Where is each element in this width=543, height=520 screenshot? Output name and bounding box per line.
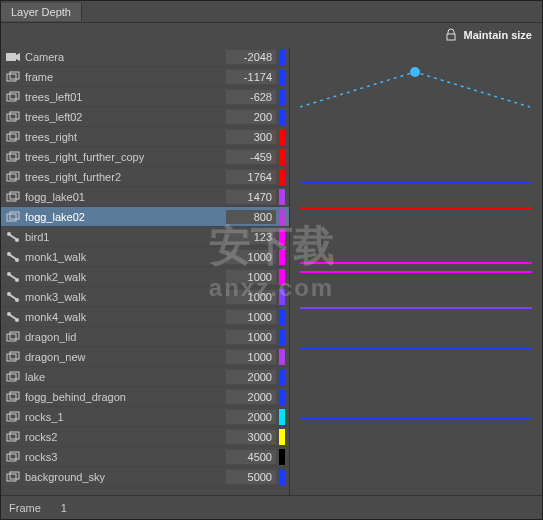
svg-rect-18 bbox=[10, 212, 19, 219]
svg-rect-8 bbox=[10, 112, 19, 119]
depth-input[interactable] bbox=[226, 350, 276, 364]
depth-input[interactable] bbox=[226, 310, 276, 324]
layer-row[interactable]: background_sky bbox=[1, 467, 289, 487]
svg-rect-40 bbox=[7, 394, 16, 401]
layer-row[interactable]: trees_left02 bbox=[1, 107, 289, 127]
color-chip[interactable] bbox=[279, 149, 285, 165]
layer-row[interactable]: monk3_walk bbox=[1, 287, 289, 307]
color-chip[interactable] bbox=[279, 229, 285, 245]
layer-name: lake bbox=[25, 371, 226, 383]
layer-row[interactable]: trees_right_further2 bbox=[1, 167, 289, 187]
color-chip[interactable] bbox=[279, 249, 285, 265]
maintain-size-toggle[interactable]: Maintain size bbox=[1, 23, 542, 47]
layer-name: monk1_walk bbox=[25, 251, 226, 263]
depth-input[interactable] bbox=[226, 190, 276, 204]
layer-row[interactable]: fogg_lake02 bbox=[1, 207, 289, 227]
svg-rect-4 bbox=[10, 72, 19, 79]
depth-input[interactable] bbox=[226, 430, 276, 444]
depth-graph[interactable] bbox=[289, 47, 542, 495]
layer-name: monk2_walk bbox=[25, 271, 226, 283]
svg-rect-44 bbox=[7, 434, 16, 441]
color-chip[interactable] bbox=[279, 329, 285, 345]
layer-row[interactable]: trees_right_further_copy bbox=[1, 147, 289, 167]
svg-rect-16 bbox=[10, 192, 19, 199]
color-chip[interactable] bbox=[279, 269, 285, 285]
layer-row[interactable]: monk1_walk bbox=[1, 247, 289, 267]
depth-input[interactable] bbox=[226, 450, 276, 464]
color-chip[interactable] bbox=[279, 49, 285, 65]
svg-line-21 bbox=[10, 235, 16, 239]
depth-input[interactable] bbox=[226, 410, 276, 424]
color-chip[interactable] bbox=[279, 349, 285, 365]
depth-input[interactable] bbox=[226, 110, 276, 124]
depth-line bbox=[300, 307, 532, 309]
color-chip[interactable] bbox=[279, 469, 285, 485]
color-chip[interactable] bbox=[279, 69, 285, 85]
color-chip[interactable] bbox=[279, 129, 285, 145]
color-chip[interactable] bbox=[279, 309, 285, 325]
depth-input[interactable] bbox=[226, 70, 276, 84]
depth-input[interactable] bbox=[226, 210, 276, 224]
layer-icon bbox=[5, 390, 21, 404]
layer-row[interactable]: fogg_lake01 bbox=[1, 187, 289, 207]
svg-rect-7 bbox=[7, 114, 16, 121]
depth-input[interactable] bbox=[226, 130, 276, 144]
panel-tab[interactable]: Layer Depth bbox=[1, 3, 82, 21]
layer-icon bbox=[5, 330, 21, 344]
color-chip[interactable] bbox=[279, 289, 285, 305]
layer-row[interactable]: dragon_new bbox=[1, 347, 289, 367]
layer-row[interactable]: rocks2 bbox=[1, 427, 289, 447]
depth-input[interactable] bbox=[226, 370, 276, 384]
layer-name: fogg_lake02 bbox=[25, 211, 226, 223]
depth-input[interactable] bbox=[226, 270, 276, 284]
layer-name: trees_left02 bbox=[25, 111, 226, 123]
color-chip[interactable] bbox=[279, 89, 285, 105]
layer-row[interactable]: bird1 bbox=[1, 227, 289, 247]
color-chip[interactable] bbox=[279, 369, 285, 385]
layer-row[interactable]: monk4_walk bbox=[1, 307, 289, 327]
color-chip[interactable] bbox=[279, 189, 285, 205]
layer-row[interactable]: trees_right bbox=[1, 127, 289, 147]
maintain-size-label: Maintain size bbox=[464, 29, 532, 41]
depth-input[interactable] bbox=[226, 170, 276, 184]
layer-row[interactable]: frame bbox=[1, 67, 289, 87]
svg-rect-13 bbox=[7, 174, 16, 181]
layer-icon bbox=[5, 430, 21, 444]
layer-row[interactable]: fogg_behind_dragon bbox=[1, 387, 289, 407]
bone-icon bbox=[5, 230, 21, 244]
layer-row[interactable]: rocks3 bbox=[1, 447, 289, 467]
layer-row[interactable]: monk2_walk bbox=[1, 267, 289, 287]
depth-line bbox=[300, 182, 532, 184]
svg-rect-14 bbox=[10, 172, 19, 179]
depth-input[interactable] bbox=[226, 330, 276, 344]
frame-value: 1 bbox=[61, 502, 67, 514]
svg-rect-45 bbox=[10, 432, 19, 439]
svg-rect-0 bbox=[447, 34, 455, 40]
depth-input[interactable] bbox=[226, 470, 276, 484]
svg-rect-48 bbox=[7, 474, 16, 481]
layer-icon bbox=[5, 190, 21, 204]
layer-row[interactable]: lake bbox=[1, 367, 289, 387]
color-chip[interactable] bbox=[279, 109, 285, 125]
svg-rect-15 bbox=[7, 194, 16, 201]
depth-input[interactable] bbox=[226, 90, 276, 104]
color-chip[interactable] bbox=[279, 409, 285, 425]
depth-input[interactable] bbox=[226, 230, 276, 244]
color-chip[interactable] bbox=[279, 169, 285, 185]
layer-row[interactable]: rocks_1 bbox=[1, 407, 289, 427]
layer-name: dragon_lid bbox=[25, 331, 226, 343]
svg-rect-41 bbox=[10, 392, 19, 399]
color-chip[interactable] bbox=[279, 429, 285, 445]
color-chip[interactable] bbox=[279, 449, 285, 465]
layer-row[interactable]: trees_left01 bbox=[1, 87, 289, 107]
layer-row[interactable]: Camera bbox=[1, 47, 289, 67]
depth-input[interactable] bbox=[226, 50, 276, 64]
depth-input[interactable] bbox=[226, 390, 276, 404]
color-chip[interactable] bbox=[279, 209, 285, 225]
depth-input[interactable] bbox=[226, 150, 276, 164]
color-chip[interactable] bbox=[279, 389, 285, 405]
layer-icon bbox=[5, 470, 21, 484]
depth-input[interactable] bbox=[226, 250, 276, 264]
depth-input[interactable] bbox=[226, 290, 276, 304]
layer-row[interactable]: dragon_lid bbox=[1, 327, 289, 347]
